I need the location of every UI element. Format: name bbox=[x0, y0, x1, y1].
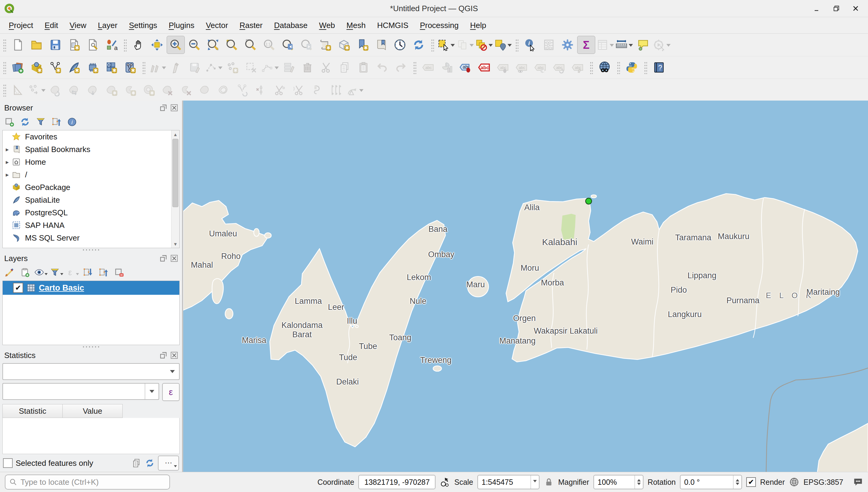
browser-item-sap-hana[interactable]: SAP HANA bbox=[3, 219, 179, 231]
new-spatial-bookmark-button[interactable] bbox=[354, 36, 372, 54]
scroll-up-icon[interactable]: ▲ bbox=[171, 130, 179, 138]
copy-statistics-icon[interactable] bbox=[132, 458, 142, 468]
browser-item-[interactable]: ▸/ bbox=[3, 168, 179, 181]
expand-arrow-icon[interactable]: ▸ bbox=[3, 171, 12, 178]
layer-item-carto-basic[interactable]: ✔Carto Basic bbox=[3, 281, 179, 295]
browser-item-postgresql[interactable]: PostgreSQL bbox=[3, 206, 179, 219]
menu-settings[interactable]: Settings bbox=[123, 19, 163, 32]
toolbar-handle[interactable] bbox=[3, 83, 6, 97]
column-statistic[interactable]: Statistic bbox=[2, 404, 63, 418]
filter-legend-button[interactable] bbox=[49, 266, 63, 279]
new-3d-map-view-button[interactable] bbox=[335, 36, 353, 54]
zoom-to-layer-button[interactable] bbox=[241, 36, 259, 54]
menu-help[interactable]: Help bbox=[465, 19, 492, 32]
statistical-summary-button[interactable]: Σ bbox=[577, 36, 595, 54]
map-marker[interactable] bbox=[586, 198, 592, 204]
measure-line-button[interactable] bbox=[615, 36, 633, 54]
magnifier-spinner[interactable]: 100% bbox=[593, 475, 643, 489]
manage-map-themes-button[interactable] bbox=[34, 266, 48, 279]
python-console-button[interactable] bbox=[623, 58, 641, 76]
toolbar-handle[interactable] bbox=[617, 61, 620, 74]
show-spatial-bookmarks-button[interactable] bbox=[372, 36, 390, 54]
menu-processing[interactable]: Processing bbox=[414, 19, 465, 32]
zoom-full-button[interactable] bbox=[204, 36, 222, 54]
toolbar-handle[interactable] bbox=[644, 61, 647, 74]
menu-layer[interactable]: Layer bbox=[92, 19, 123, 32]
statistics-options-button[interactable]: … bbox=[158, 456, 179, 471]
column-value[interactable]: Value bbox=[63, 404, 123, 418]
new-geopackage-layer-button[interactable] bbox=[27, 58, 46, 76]
layer-visibility-checkbox[interactable]: ✔ bbox=[13, 283, 23, 293]
selected-features-only-checkbox[interactable] bbox=[3, 458, 13, 468]
style-manager-button[interactable]: a bbox=[102, 36, 120, 54]
coordinate-input[interactable]: 13821719, -970287 bbox=[358, 475, 436, 489]
zoom-in-button[interactable] bbox=[167, 36, 185, 54]
toolbar-handle[interactable] bbox=[431, 38, 434, 51]
menu-vector[interactable]: Vector bbox=[200, 19, 234, 32]
open-layer-styling-panel-button[interactable] bbox=[2, 266, 16, 279]
show-layout-manager-button[interactable] bbox=[84, 36, 101, 54]
statistics-field-select[interactable] bbox=[2, 383, 159, 400]
layers-list[interactable]: ✔Carto Basic bbox=[2, 280, 180, 345]
browser-scroll-thumb[interactable] bbox=[172, 139, 179, 207]
deselect-all-button[interactable] bbox=[475, 36, 493, 54]
select-by-location-dropdown-icon[interactable] bbox=[508, 44, 512, 49]
expand-arrow-icon[interactable]: ▸ bbox=[3, 146, 12, 153]
crs-globe-icon[interactable] bbox=[789, 477, 799, 487]
scroll-down-icon[interactable]: ▼ bbox=[171, 240, 179, 248]
select-by-location-button[interactable] bbox=[494, 36, 512, 54]
add-group-button[interactable] bbox=[18, 266, 32, 279]
zoom-out-button[interactable] bbox=[185, 36, 204, 54]
browser-tree[interactable]: Favorites▸Spatial Bookmarks▸Home▸/GeoPac… bbox=[2, 130, 180, 248]
new-shapefile-layer-button[interactable] bbox=[46, 58, 64, 76]
extents-toggle-icon[interactable] bbox=[440, 477, 450, 487]
lock-icon[interactable] bbox=[544, 477, 554, 487]
new-memory-layer-button[interactable] bbox=[121, 58, 139, 76]
highlight-pinned-labels-button[interactable]: abc bbox=[475, 58, 493, 76]
menu-plugins[interactable]: Plugins bbox=[163, 19, 200, 32]
browser-float-icon[interactable] bbox=[159, 104, 168, 112]
browser-item-spatial-bookmarks[interactable]: ▸Spatial Bookmarks bbox=[3, 143, 179, 156]
statistics-layer-select[interactable] bbox=[2, 363, 180, 380]
new-map-view-button[interactable] bbox=[316, 36, 334, 54]
menu-view[interactable]: View bbox=[64, 19, 92, 32]
messages-icon[interactable] bbox=[853, 477, 863, 487]
map-canvas[interactable]: UmaleuRohoMahalMarisaKalondamaBaratLamma… bbox=[183, 101, 868, 472]
toolbar-handle[interactable] bbox=[142, 61, 145, 74]
browser-add-selected-layers-button[interactable] bbox=[2, 115, 16, 129]
browser-refresh-button[interactable] bbox=[18, 115, 32, 129]
toolbar-handle[interactable] bbox=[515, 38, 518, 51]
identify-features-button[interactable]: i bbox=[521, 36, 539, 54]
render-checkbox[interactable]: ✔ bbox=[746, 477, 756, 487]
expand-all-button[interactable] bbox=[81, 266, 95, 279]
help-contents-button[interactable]: ? bbox=[650, 58, 668, 76]
new-mesh-layer-button[interactable] bbox=[84, 58, 101, 76]
statistics-float-icon[interactable] bbox=[159, 351, 168, 360]
menu-raster[interactable]: Raster bbox=[234, 19, 268, 32]
menu-database[interactable]: Database bbox=[268, 19, 313, 32]
open-data-source-manager-button[interactable] bbox=[9, 58, 27, 76]
browser-item-ms-sql-server[interactable]: MS SQL Server bbox=[3, 231, 179, 244]
locate-input[interactable] bbox=[20, 477, 166, 487]
refresh-statistics-icon[interactable] bbox=[145, 458, 155, 468]
browser-properties-button[interactable]: i bbox=[65, 115, 79, 129]
layers-close-icon[interactable] bbox=[170, 254, 179, 263]
layers-float-icon[interactable] bbox=[159, 254, 168, 263]
browser-close-icon[interactable] bbox=[170, 104, 179, 112]
temporal-controller-button[interactable] bbox=[391, 36, 409, 54]
pan-map-button[interactable] bbox=[129, 36, 147, 54]
browser-scrollbar[interactable]: ▲ ▼ bbox=[171, 130, 179, 248]
zoom-to-selection-button[interactable] bbox=[223, 36, 241, 54]
open-project-button[interactable] bbox=[27, 36, 46, 54]
toolbar-handle[interactable] bbox=[3, 61, 6, 74]
collapse-all-layers-button[interactable] bbox=[96, 266, 110, 279]
statistics-close-icon[interactable] bbox=[170, 351, 179, 360]
toolbar-handle[interactable] bbox=[413, 61, 416, 74]
rotation-spinner[interactable]: 0.0 ° bbox=[680, 475, 742, 489]
toolbar-handle[interactable] bbox=[590, 61, 593, 74]
scale-combo[interactable]: 1:545475 bbox=[477, 475, 539, 489]
browser-item-home[interactable]: ▸Home bbox=[3, 156, 179, 168]
crs-value[interactable]: EPSG:3857 bbox=[803, 478, 843, 487]
menu-web[interactable]: Web bbox=[313, 19, 341, 32]
remove-layer-button[interactable] bbox=[112, 266, 126, 279]
